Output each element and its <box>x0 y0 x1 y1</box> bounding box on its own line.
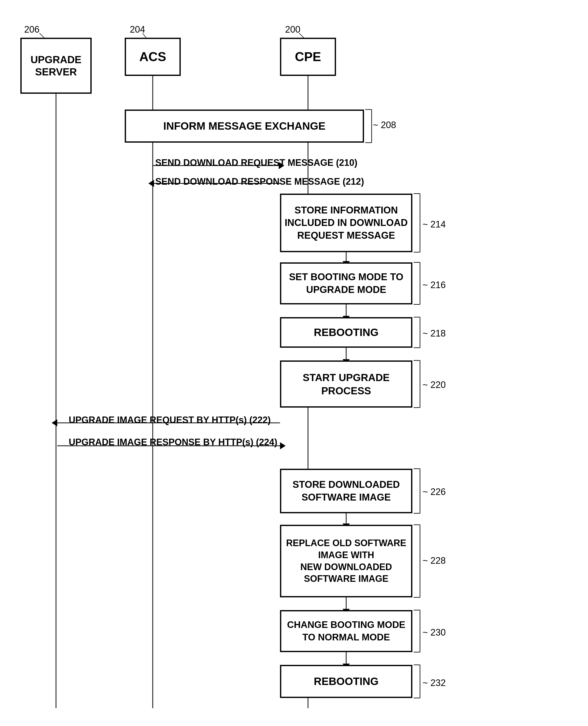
ref-200: 200 <box>285 24 300 35</box>
ref-230: ~ 230 <box>423 627 446 638</box>
ref-206: 206 <box>24 24 39 35</box>
ref-204: 204 <box>130 24 145 35</box>
store-info-label: STORE INFORMATIONINCLUDED IN DOWNLOADREQ… <box>285 204 407 242</box>
change-boot-box: CHANGE BOOTING MODETO NORMAL MODE <box>280 610 412 652</box>
set-boot-label: SET BOOTING MODE TOUPGRADE MODE <box>289 271 403 296</box>
rebooting2-box: REBOOTING <box>280 665 412 698</box>
cpe-box: CPE <box>280 38 336 76</box>
change-boot-label: CHANGE BOOTING MODETO NORMAL MODE <box>287 619 405 643</box>
send-dl-req-text: SEND DOWNLOAD REQUEST MESSAGE (210) <box>155 157 357 168</box>
ref-218: ~ 218 <box>423 328 446 339</box>
ref-228: ~ 228 <box>423 555 446 566</box>
cpe-label: CPE <box>295 49 321 64</box>
store-dl-box: STORE DOWNLOADEDSOFTWARE IMAGE <box>280 469 412 513</box>
set-boot-box: SET BOOTING MODE TOUPGRADE MODE <box>280 262 412 304</box>
ref-232: ~ 232 <box>423 678 446 688</box>
ref-226: ~ 226 <box>423 487 446 497</box>
acs-label: ACS <box>139 49 166 64</box>
diagram: 206 204 200 UPGRADESERVER ACS CPE <box>0 0 588 726</box>
replace-old-label: REPLACE OLD SOFTWAREIMAGE WITHNEW DOWNLO… <box>286 537 406 585</box>
ref-220: ~ 220 <box>423 380 446 390</box>
upgrade-resp-text: UPGRADE IMAGE RESPONSE BY HTTP(s) (224) <box>69 437 277 448</box>
replace-old-box: REPLACE OLD SOFTWAREIMAGE WITHNEW DOWNLO… <box>280 525 412 597</box>
start-upgrade-label: START UPGRADEPROCESS <box>303 371 390 397</box>
svg-marker-18 <box>52 419 57 426</box>
svg-marker-10 <box>148 180 154 187</box>
upgrade-server-label: UPGRADESERVER <box>30 54 81 78</box>
store-info-box: STORE INFORMATIONINCLUDED IN DOWNLOADREQ… <box>280 194 412 252</box>
upgrade-req-text: UPGRADE IMAGE REQUEST BY HTTP(s) (222) <box>69 415 271 425</box>
ref-208: ~ 208 <box>373 120 396 130</box>
rebooting1-box: REBOOTING <box>280 317 412 348</box>
svg-marker-20 <box>280 442 286 449</box>
inform-label: INFORM MESSAGE EXCHANGE <box>163 119 325 133</box>
rebooting2-label: REBOOTING <box>314 674 379 689</box>
upgrade-server-box: UPGRADESERVER <box>20 38 92 94</box>
send-dl-resp-text: SEND DOWNLOAD RESPONSE MESSAGE (212) <box>155 176 364 187</box>
svg-line-0 <box>39 33 45 38</box>
ref-214: ~ 214 <box>423 219 446 230</box>
start-upgrade-box: START UPGRADEPROCESS <box>280 360 412 408</box>
ref-216: ~ 216 <box>423 280 446 290</box>
acs-box: ACS <box>125 38 181 76</box>
store-dl-label: STORE DOWNLOADEDSOFTWARE IMAGE <box>292 478 400 504</box>
inform-message-exchange-box: INFORM MESSAGE EXCHANGE <box>125 109 364 143</box>
rebooting1-label: REBOOTING <box>314 326 379 340</box>
